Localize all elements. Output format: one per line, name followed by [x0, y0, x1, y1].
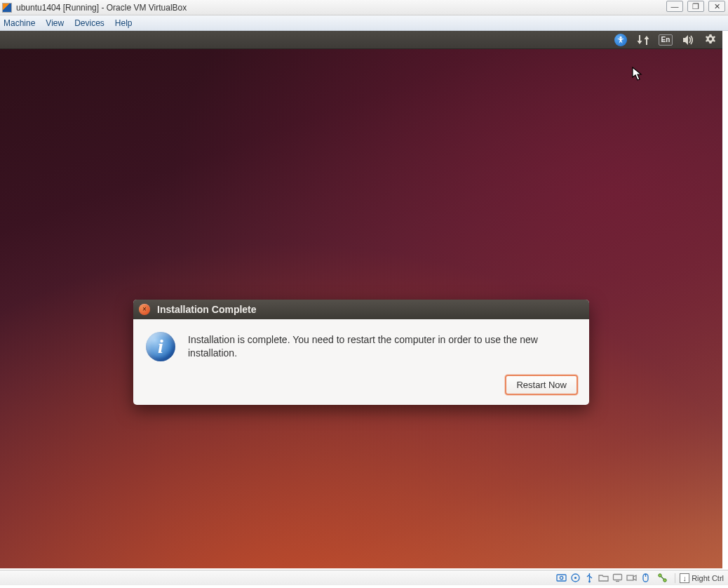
- svg-rect-6: [614, 575, 622, 580]
- video-capture-indicator-icon[interactable]: [626, 572, 638, 584]
- hostkey-arrow-icon: ↓: [680, 573, 689, 583]
- dialog-close-button[interactable]: ×: [139, 304, 150, 315]
- svg-point-5: [588, 581, 591, 583]
- usb-indicator-icon[interactable]: [584, 572, 595, 584]
- host-window-title: ubuntu1404 [Running] - Oracle VM Virtual…: [16, 3, 187, 13]
- system-gear-icon[interactable]: [703, 32, 718, 48]
- host-menubar: Machine View Devices Help: [0, 15, 728, 31]
- guest-display[interactable]: En × Installation Complete: [0, 31, 722, 568]
- host-statusbar: ↓ Right Ctrl: [0, 570, 728, 585]
- installation-complete-dialog: × Installation Complete i Installation i…: [133, 300, 589, 405]
- minimize-button[interactable]: —: [666, 1, 683, 12]
- svg-rect-1: [557, 575, 566, 581]
- close-button[interactable]: ✕: [708, 1, 725, 12]
- svg-rect-7: [627, 575, 633, 580]
- virtualbox-icon: [2, 3, 12, 13]
- info-icon: i: [146, 332, 175, 361]
- host-key-indicator[interactable]: ↓ Right Ctrl: [675, 573, 724, 583]
- hard-disk-indicator-icon[interactable]: [555, 572, 567, 584]
- dialog-titlebar[interactable]: × Installation Complete: [133, 300, 589, 319]
- accessibility-icon[interactable]: [613, 32, 628, 48]
- host-key-label: Right Ctrl: [692, 574, 724, 582]
- network-icon[interactable]: [635, 32, 651, 48]
- menu-help[interactable]: Help: [115, 18, 133, 28]
- optical-drive-indicator-icon[interactable]: [569, 572, 581, 584]
- shared-folders-indicator-icon[interactable]: [598, 572, 609, 584]
- ubuntu-top-panel: En: [0, 31, 722, 49]
- host-window-titlebar: ubuntu1404 [Running] - Oracle VM Virtual…: [0, 0, 728, 15]
- host-window-controls: — ❐ ✕: [666, 1, 725, 12]
- menu-view[interactable]: View: [46, 18, 64, 28]
- svg-point-4: [574, 577, 577, 579]
- svg-point-0: [620, 36, 622, 38]
- dialog-message: Installation is complete. You need to re…: [188, 332, 574, 361]
- volume-icon[interactable]: [680, 32, 696, 48]
- display-indicator-icon[interactable]: [612, 572, 623, 584]
- svg-point-2: [560, 576, 562, 579]
- window-right-border: [725, 31, 728, 588]
- menu-devices[interactable]: Devices: [74, 18, 105, 28]
- restart-now-button[interactable]: Restart Now: [505, 375, 578, 395]
- menu-machine[interactable]: Machine: [4, 18, 35, 28]
- dialog-title: Installation Complete: [157, 304, 257, 315]
- mouse-integration-indicator-icon[interactable]: [640, 572, 652, 584]
- keyboard-language-indicator[interactable]: En: [658, 32, 673, 48]
- network-adapter-indicator-icon[interactable]: [656, 572, 668, 584]
- maximize-button[interactable]: ❐: [687, 1, 704, 12]
